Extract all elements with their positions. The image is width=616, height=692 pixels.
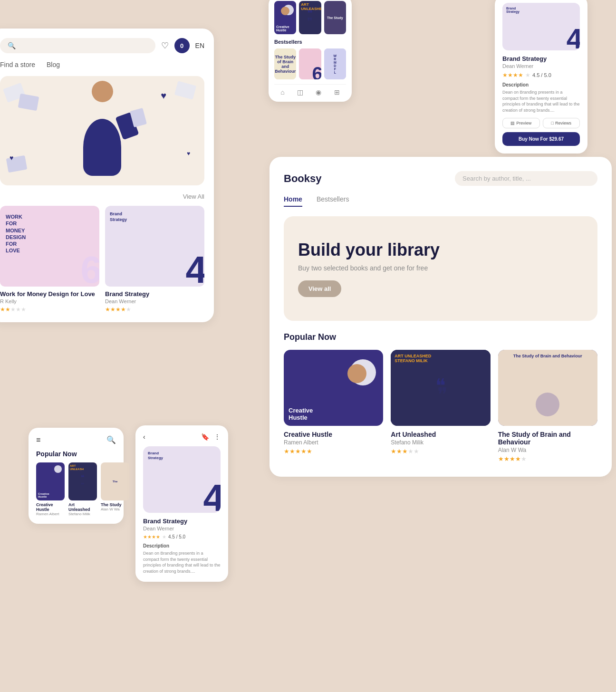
preview-button[interactable]: ▤ Preview bbox=[502, 118, 540, 128]
cart-button[interactable]: 0 bbox=[174, 38, 190, 53]
bl-book-author-2: Stefano Milik bbox=[68, 512, 97, 516]
study-title: The Study of Brain and Behaviour bbox=[502, 354, 594, 358]
bs-book-3[interactable]: WRMDFL bbox=[324, 48, 346, 79]
popular-book-author: Ramen Albert bbox=[284, 439, 383, 446]
mobile-card-bottomleft: ≡ 🔍 Popular Now CreativeHustle Creative … bbox=[29, 428, 124, 524]
nav-grid[interactable]: ⊞ bbox=[334, 88, 340, 96]
detail-brand-text: BrandStrategy bbox=[506, 7, 520, 13]
mobile-header: 🔍 ♡ 0 EN bbox=[0, 38, 204, 53]
bl-book-info-1: Creative Hustle Ramen Albert bbox=[36, 502, 65, 516]
language-button[interactable]: EN bbox=[195, 42, 204, 49]
popular-book-stars-3: ★★★★★ bbox=[498, 455, 597, 462]
book-title-2: Brand Strategy bbox=[105, 290, 204, 298]
tc-book-art-unleashed[interactable]: ARTUNLEASHED ❝ ❞ bbox=[299, 1, 321, 34]
bdb-description-label: Description bbox=[143, 543, 221, 548]
desktop-hero-section: Build your library Buy two selected book… bbox=[284, 216, 597, 321]
book-stars: ★★★★★ bbox=[0, 306, 99, 313]
deco-heart-1: ♥ bbox=[161, 90, 166, 101]
popular-book-art-unleashed[interactable]: ART UNLEASHEDSTEFANO MILIK ❝ ❞ Art Unlea… bbox=[391, 350, 490, 462]
popular-book-creative-hustle[interactable]: CreativeHustle Creative Hustle Ramen Alb… bbox=[284, 350, 383, 462]
bl-popular-title: Popular Now bbox=[36, 450, 116, 458]
bl-book-card-2[interactable]: ARTUNLEASH ❝ ❞ Art Unleashed Stefano Mil… bbox=[68, 462, 97, 516]
bookmark-button[interactable]: 🔖 bbox=[201, 433, 209, 441]
mobile-card-topleft: 🔍 ♡ 0 EN Find a store Blog bbox=[0, 29, 214, 322]
popular-book-study[interactable]: The Study of Brain and Behaviour The Stu… bbox=[498, 350, 597, 462]
star-half: ★ bbox=[525, 72, 530, 78]
book-author: R Kelly bbox=[0, 298, 99, 304]
bdb-rating-num: 4.5 / 5.0 bbox=[168, 534, 185, 539]
search-placeholder: Search by author, title, ... bbox=[462, 175, 531, 182]
bl-au-label: ARTUNLEASH bbox=[70, 464, 84, 471]
view-all-link[interactable]: View All bbox=[183, 193, 204, 200]
tc-book-creative-hustle[interactable]: CreativeHustle bbox=[274, 1, 296, 34]
tc-book-third[interactable]: The Study bbox=[324, 1, 346, 34]
wishlist-button[interactable]: ♡ bbox=[161, 40, 169, 51]
blog-link[interactable]: Blog bbox=[47, 61, 60, 68]
more-button[interactable]: ⋮ bbox=[214, 433, 221, 441]
bdb-book-cover: BrandStrategy 4 bbox=[143, 446, 221, 513]
desktop-search[interactable]: Search by author, title, ... bbox=[455, 171, 597, 186]
bl-quote-close: ❞ bbox=[81, 481, 85, 490]
au-label: ARTUNLEASHED bbox=[301, 3, 321, 11]
cover-inner: The Study of Brain and Behaviour bbox=[498, 350, 597, 426]
bdb-nav: ‹ 🔖 ⋮ bbox=[143, 433, 221, 441]
detail-actions: ▤ Preview □ Reviews bbox=[502, 118, 580, 128]
cover: 6 bbox=[299, 48, 321, 79]
deco-book-2 bbox=[18, 94, 39, 111]
book-card-brand-strategy[interactable]: BrandStrategy 4 Brand Strategy Dean Wern… bbox=[105, 206, 204, 313]
nav-discover[interactable]: ◉ bbox=[316, 88, 321, 96]
cover-inner: ART UNLEASHEDSTEFANO MILIK ❝ ❞ bbox=[391, 350, 490, 426]
search-bar[interactable]: 🔍 bbox=[0, 38, 155, 53]
detail-cover: BrandStrategy 4 bbox=[502, 3, 580, 50]
reviews-button[interactable]: □ Reviews bbox=[543, 118, 580, 128]
cover: WRMDFL bbox=[324, 48, 346, 79]
hamburger-menu[interactable]: ≡ bbox=[36, 436, 40, 444]
bdb-rating: ★★★★★ 4.5 / 5.0 bbox=[143, 534, 221, 539]
bdb-big-num: 4 bbox=[203, 476, 221, 513]
popular-book-author-2: Stefano Milik bbox=[391, 439, 490, 446]
bs-book-1[interactable]: The Study of Brain and Behaviour bbox=[274, 48, 296, 79]
bl-book-cover-2: ARTUNLEASH ❝ ❞ bbox=[68, 462, 97, 500]
book-title: Work for Money Design for Love bbox=[0, 290, 99, 298]
nav-home-tab[interactable]: Home bbox=[284, 195, 302, 207]
buy-button[interactable]: Buy Now For $29.67 bbox=[502, 132, 580, 146]
cover-content: The Study of Brain and Behaviour bbox=[498, 350, 597, 426]
bl-book-cover-3: The bbox=[101, 462, 129, 500]
popular-book-title: Creative Hustle bbox=[284, 431, 383, 438]
nav-home[interactable]: ⌂ bbox=[280, 88, 284, 96]
book-detail-card-bottom: ‹ 🔖 ⋮ BrandStrategy 4 Brand Strategy Dea… bbox=[135, 425, 228, 582]
deco-heart-3: ♥ bbox=[187, 150, 190, 157]
find-store-link[interactable]: Find a store bbox=[0, 61, 35, 68]
bs-book-2[interactable]: 6 bbox=[299, 48, 321, 79]
preview-icon: ▤ bbox=[510, 121, 515, 125]
deco-number-2: 4 bbox=[186, 251, 205, 287]
hero-subtitle: Buy two selected books and get one for f… bbox=[298, 264, 440, 273]
nav-bookmark[interactable]: ◫ bbox=[297, 88, 303, 96]
cover-content: ART UNLEASHEDSTEFANO MILIK ❝ ❞ bbox=[391, 350, 490, 426]
hero-view-all-button[interactable]: View all bbox=[298, 280, 341, 297]
back-button[interactable]: ‹ bbox=[143, 433, 145, 441]
reviews-label: Reviews bbox=[555, 121, 571, 125]
bl-book-card-1[interactable]: CreativeHustle Creative Hustle Ramen Alb… bbox=[36, 462, 65, 516]
quote-close: ❞ bbox=[307, 16, 313, 28]
bl-circle bbox=[54, 465, 62, 473]
bdb-stars: ★★★★ bbox=[143, 534, 160, 539]
bl-book-card-3[interactable]: The The Study Alan W Wa bbox=[101, 462, 129, 516]
bs-label-3: WRMDFL bbox=[332, 52, 339, 76]
study-deco bbox=[536, 393, 559, 416]
bdb-icon-group: 🔖 ⋮ bbox=[201, 433, 221, 441]
bl-book-title-1: Creative Hustle bbox=[36, 502, 65, 512]
nav-bestsellers-tab[interactable]: Bestsellers bbox=[317, 195, 349, 207]
bl-search-button[interactable]: 🔍 bbox=[106, 435, 116, 444]
cover-inner: The Study bbox=[324, 1, 346, 34]
work-money-title: WORKFORMONEYDESIGNFORLOVE bbox=[6, 213, 26, 254]
deco-book-3 bbox=[174, 81, 196, 99]
ch-label: CreativeHustle bbox=[276, 25, 289, 32]
desktop-nav: Home Bestsellers bbox=[284, 195, 597, 207]
bl-book-info-3: The Study Alan W Wa bbox=[101, 502, 129, 511]
book-author-2: Dean Werner bbox=[105, 298, 204, 304]
desktop-card: Booksy Search by author, title, ... Home… bbox=[270, 157, 612, 477]
hero-title: Build your library bbox=[298, 240, 440, 260]
hero-illustration: ♥ ♥ ♥ bbox=[0, 76, 204, 185]
book-card-work-money[interactable]: WORKFORMONEYDESIGNFORLOVE 6 Work for Mon… bbox=[0, 206, 99, 313]
